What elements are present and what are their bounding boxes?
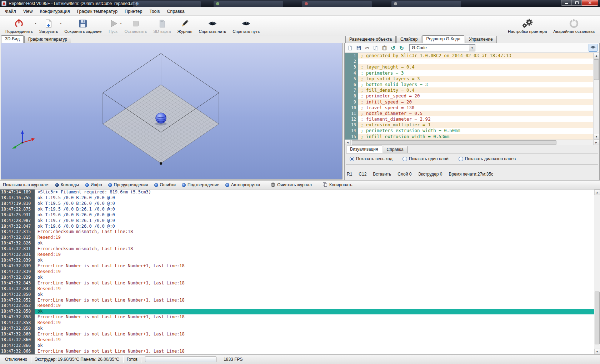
stop-button[interactable]: Остановить	[121, 16, 150, 35]
log-row[interactable]: 18:47:32.860 Resend:19	[0, 337, 594, 343]
code-line[interactable]: 9 ; infill_speed = 20	[345, 99, 593, 105]
log-row[interactable]: 18:47:25.931 ok T:19.6 /0.0 B:26.0 /0.0 …	[0, 212, 594, 218]
log-row[interactable]: 18:47:32.839 ok	[0, 258, 594, 263]
log-row[interactable]: 18:47:32.850 ok	[0, 292, 594, 298]
tab-help[interactable]: Справка	[383, 146, 408, 153]
scroll-up-arrow[interactable]: ▲	[594, 189, 600, 195]
code-line[interactable]: 13 ; extrusion_multiplier = 1	[345, 122, 593, 128]
log-row[interactable]: 18:47:32.858 ok	[0, 326, 594, 332]
undo-icon[interactable]: ↺	[389, 44, 397, 52]
menu-item[interactable]: View	[20, 7, 36, 15]
copy-log-button[interactable]: Копировать	[322, 182, 352, 188]
log-row[interactable]: 18:47:32.839 Error:Line Number is not La…	[0, 263, 594, 269]
log-row[interactable]: 18:47:32.826 ok	[0, 241, 594, 246]
preview-toggle-button[interactable]	[589, 44, 598, 52]
log-filter-toggle[interactable]: Ошибки	[154, 182, 176, 187]
load-button[interactable]: Загрузить ▾	[36, 16, 61, 35]
save-file-icon[interactable]	[355, 44, 362, 52]
tab-gcode-editor[interactable]: Редактор G-Кода	[422, 35, 464, 43]
code-line[interactable]: 11 ; nozzle_diameter = 0.5	[345, 111, 593, 116]
paste-icon[interactable]	[381, 44, 388, 52]
log-filter-toggle[interactable]: Инфо	[85, 182, 102, 187]
code-line[interactable]: 10 ; travel_speed = 130	[345, 105, 593, 111]
menu-item[interactable]: Принтер	[121, 7, 146, 15]
code-line[interactable]: 7 ; fill_density = 0.4	[345, 87, 593, 93]
code-line[interactable]: 5 ; top_solid_layers = 3	[345, 76, 593, 82]
menu-item[interactable]: Файл	[1, 7, 20, 15]
code-line[interactable]: 2	[345, 59, 593, 64]
code-line[interactable]: 4 ; perimeters = 3	[345, 70, 593, 76]
scroll-up-arrow[interactable]: ▲	[594, 53, 599, 59]
tab-slicer[interactable]: Слайсер	[396, 36, 421, 43]
log-filter-toggle[interactable]: Автопрокрутка	[225, 182, 260, 187]
radio-option[interactable]: Показать диапазон слоев	[459, 156, 516, 161]
log-row[interactable]: 18:47:32.852 Error:Line Number is not La…	[0, 298, 594, 303]
log-filter-toggle[interactable]: Подтверждение	[182, 182, 219, 187]
code-line[interactable]: 8 ; perimeter_speed = 20	[345, 93, 593, 99]
log-row[interactable]: 18:47:32.815 Resend:19	[0, 235, 594, 241]
log-row[interactable]: 18:47:32.843 Error:Line Number is not La…	[0, 280, 594, 286]
menu-item[interactable]: Справка	[164, 7, 188, 15]
menu-item[interactable]: График температур	[74, 7, 121, 15]
log-row[interactable]: 18:47:14.189 <Slic3r> Filament required:…	[0, 189, 594, 195]
tab-object-placement[interactable]: Размещение объекта	[345, 36, 396, 43]
combo-arrow-icon[interactable]: ▾	[469, 45, 475, 51]
gcode-code-area[interactable]: 1 ; generated by Slic3r 1.0.0RC2 on 2014…	[345, 53, 599, 140]
cut-icon[interactable]: ✂	[364, 44, 371, 52]
log-row[interactable]: 18:47:32.831 Resend:19	[0, 252, 594, 258]
hide-travel-button[interactable]: Спрятать путь	[229, 16, 263, 35]
hide-filament-button[interactable]: Спрятать нить	[195, 16, 229, 35]
menu-item[interactable]: Конфигурация	[36, 7, 74, 15]
editor-horizontal-scrollbar[interactable]: ◄ ►	[345, 140, 599, 145]
close-button[interactable]: ✕	[582, 0, 598, 6]
code-line[interactable]: 14 ; perimeters extrusion width = 0.50mm	[345, 128, 593, 133]
connect-button[interactable]: Подсоединить ▾	[2, 16, 36, 35]
log-row[interactable]: 18:47:32.858 ok	[0, 309, 594, 314]
printer-settings-button[interactable]: Настройки принтера	[505, 16, 550, 35]
scroll-right-arrow[interactable]: ►	[593, 140, 599, 145]
log-row[interactable]: 18:47:32.839 ok	[0, 275, 594, 280]
gcode-type-select[interactable]: G-Code ▾	[409, 44, 475, 51]
scroll-down-arrow[interactable]: ▼	[594, 349, 600, 354]
code-line[interactable]: 6 ; bottom_solid_layers = 3	[345, 82, 593, 87]
log-row[interactable]: 18:47:32.839 Resend:19	[0, 269, 594, 275]
code-line[interactable]: 3 ; layer_height = 0.4	[345, 64, 593, 70]
save-job-button[interactable]: Сохранить задание	[61, 16, 105, 35]
tab-temperature-graph[interactable]: График температур	[24, 36, 71, 43]
log-row[interactable]: 18:47:19.810 ok T:19.5 /0.0 B:26.0 /0.0 …	[0, 201, 594, 207]
menu-item[interactable]: Tools	[146, 7, 163, 15]
sd-card-button[interactable]: SD-карта	[150, 16, 174, 35]
log-row[interactable]: 18:47:32.831 Error:checksum mismatch, La…	[0, 246, 594, 252]
redo-icon[interactable]: ↻	[398, 44, 405, 52]
log-row[interactable]: 18:47:32.866 ok	[0, 343, 594, 349]
new-file-icon[interactable]	[346, 44, 354, 52]
log-filter-toggle[interactable]: Предупреждения	[108, 182, 148, 187]
copy-icon[interactable]	[372, 44, 380, 52]
scrollbar-thumb[interactable]	[352, 140, 556, 145]
scrollbar-thumb[interactable]	[594, 59, 599, 80]
tab-3d-view[interactable]: 3D-Вид	[1, 35, 24, 43]
scrollbar-thumb[interactable]	[595, 292, 600, 344]
emergency-stop-button[interactable]: Аварийная остановка	[550, 16, 598, 35]
tab-visualization[interactable]: Визуализация	[346, 146, 382, 153]
log-row[interactable]: 18:47:32.858 Error:Line Number is not La…	[0, 314, 594, 320]
journal-button[interactable]: Журнал	[174, 16, 195, 35]
log-row[interactable]: 18:47:22.875 ok T:19.5 /0.0 B:26.1 /0.0 …	[0, 207, 594, 212]
code-line[interactable]: 12 ; filament_diameter = 2.92	[345, 116, 593, 122]
tab-control[interactable]: Управление	[465, 36, 497, 43]
log-row[interactable]: 18:47:32.858 Resend:19	[0, 320, 594, 326]
minimize-button[interactable]	[561, 0, 572, 6]
log-row[interactable]: 18:47:32.047 ok T:19.6 /0.0 B:26.0 /0.0 …	[0, 224, 594, 229]
log-row[interactable]: 18:47:16.755 ok T:19.5 /0.0 B:26.0 /0.0 …	[0, 195, 594, 201]
code-line[interactable]: 1 ; generated by Slic3r 1.0.0RC2 on 2014…	[345, 53, 593, 59]
clear-log-button[interactable]: Очистить журнал	[271, 182, 312, 188]
log-row[interactable]: 18:47:32.852 Resend:19	[0, 303, 594, 309]
scroll-left-arrow[interactable]: ◄	[345, 140, 351, 145]
log-row[interactable]: 18:47:32.860 Error:Line Number is not La…	[0, 332, 594, 337]
log-row[interactable]: 18:47:32.815 Error:checksum mismatch, La…	[0, 229, 594, 235]
code-line[interactable]: 15 ; infill extrusion width = 0.53mm	[345, 134, 593, 140]
log-vertical-scrollbar[interactable]: ▲ ▼	[594, 189, 600, 354]
maximize-button[interactable]	[572, 0, 582, 6]
log-row[interactable]: 18:47:32.866 Error:Line Number is not La…	[0, 349, 594, 354]
radio-option[interactable]: Показать один слой	[402, 156, 449, 161]
